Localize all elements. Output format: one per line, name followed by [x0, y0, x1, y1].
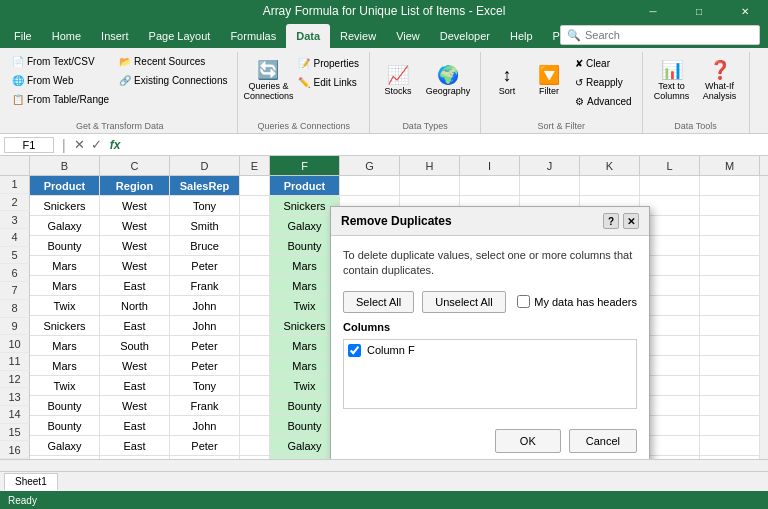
col-header-d[interactable]: D	[170, 156, 240, 175]
select-all-button[interactable]: Select All	[343, 291, 414, 313]
maximize-button[interactable]: □	[676, 0, 722, 22]
reapply-icon: ↺	[575, 77, 583, 88]
row-num-12[interactable]: 12	[0, 371, 30, 389]
row-num-14[interactable]: 14	[0, 406, 30, 424]
recent-sources-button[interactable]: 📂 Recent Sources	[115, 52, 231, 70]
row-num-2[interactable]: 2	[0, 194, 30, 212]
row-num-8[interactable]: 8	[0, 300, 30, 318]
row-num-6[interactable]: 6	[0, 264, 30, 282]
tab-insert[interactable]: Insert	[91, 24, 139, 48]
what-if-button[interactable]: ❓ What-If Analysis	[697, 52, 743, 108]
spreadsheet-container: B C D E F G H I J K L M 1 2 3 4 5 6 7 8 …	[0, 156, 768, 459]
col-header-j[interactable]: J	[520, 156, 580, 175]
dialog-close-button[interactable]: ✕	[623, 213, 639, 229]
advanced-button[interactable]: ⚙ Advanced	[571, 92, 635, 110]
properties-icon: 📝	[298, 58, 310, 69]
geography-icon: 🌍	[437, 64, 459, 86]
col-header-l[interactable]: L	[640, 156, 700, 175]
tab-page-layout[interactable]: Page Layout	[139, 24, 221, 48]
tab-review[interactable]: Review	[330, 24, 386, 48]
cancel-formula-icon[interactable]: ✕	[74, 137, 85, 152]
row-num-11[interactable]: 11	[0, 353, 30, 371]
group-queries-label: Queries & Connections	[244, 121, 363, 131]
row-num-10[interactable]: 10	[0, 335, 30, 353]
corner-cell	[0, 156, 30, 175]
confirm-formula-icon[interactable]: ✓	[91, 137, 102, 152]
col-header-b[interactable]: B	[30, 156, 100, 175]
queries-connections-button[interactable]: 🔄 Queries & Connections	[244, 52, 292, 108]
geography-button[interactable]: 🌍 Geography	[422, 52, 474, 108]
horizontal-scrollbar[interactable]	[0, 459, 768, 471]
tab-developer[interactable]: Developer	[430, 24, 500, 48]
row-num-5[interactable]: 5	[0, 247, 30, 265]
ok-button[interactable]: OK	[495, 429, 561, 453]
row-num-1[interactable]: 1	[0, 176, 30, 194]
stocks-button[interactable]: 📈 Stocks	[376, 52, 420, 108]
sort-icon: ↕	[503, 65, 512, 86]
col-header-f[interactable]: F	[270, 156, 340, 175]
tab-file[interactable]: File	[4, 24, 42, 48]
dialog-overlay: Remove Duplicates ? ✕ To delete duplicat…	[30, 176, 768, 459]
group-data-types: 📈 Stocks 🌍 Geography Data Types	[370, 52, 481, 133]
stocks-icon: 📈	[387, 64, 409, 86]
recent-sources-label: Recent Sources	[134, 56, 205, 67]
queries-col2: 📝 Properties ✏️ Edit Links	[294, 54, 363, 91]
dialog-title-bar: Remove Duplicates ? ✕	[331, 207, 649, 236]
col-header-k[interactable]: K	[580, 156, 640, 175]
from-text-csv-button[interactable]: 📄 From Text/CSV	[8, 52, 113, 70]
dialog-help-button[interactable]: ?	[603, 213, 619, 229]
from-web-button[interactable]: 🌐 From Web	[8, 71, 113, 89]
my-data-headers-checkbox[interactable]	[517, 295, 530, 308]
close-button[interactable]: ✕	[722, 0, 768, 22]
ribbon-tabs: File Home Insert Page Layout Formulas Da…	[0, 22, 768, 48]
group-queries: 🔄 Queries & Connections 📝 Properties ✏️ …	[238, 52, 370, 133]
existing-connections-button[interactable]: 🔗 Existing Connections	[115, 71, 231, 89]
col-header-g[interactable]: G	[340, 156, 400, 175]
search-input[interactable]	[585, 29, 753, 41]
status-bar: Ready	[0, 491, 768, 509]
minimize-button[interactable]: ─	[630, 0, 676, 22]
unselect-all-button[interactable]: Unselect All	[422, 291, 505, 313]
name-box[interactable]	[4, 137, 54, 153]
clear-button[interactable]: ✘ Clear	[571, 54, 635, 72]
dialog-body: To delete duplicate values, select one o…	[331, 236, 649, 421]
col-header-m[interactable]: M	[700, 156, 760, 175]
filter-icon: 🔽	[538, 64, 560, 86]
sort-button[interactable]: ↕ Sort	[487, 52, 527, 108]
reapply-button[interactable]: ↺ Reapply	[571, 73, 635, 91]
row-num-9[interactable]: 9	[0, 318, 30, 336]
properties-button[interactable]: 📝 Properties	[294, 54, 363, 72]
column-item-f: Column F	[348, 344, 632, 357]
edit-links-button[interactable]: ✏️ Edit Links	[294, 73, 363, 91]
advanced-icon: ⚙	[575, 96, 584, 107]
tab-formulas[interactable]: Formulas	[220, 24, 286, 48]
top-area: Array Formula for Unique List of Items -…	[0, 0, 768, 156]
search-box[interactable]: 🔍	[560, 25, 760, 45]
text-to-columns-button[interactable]: 📊 Text to Columns	[649, 52, 695, 108]
what-if-icon: ❓	[709, 59, 731, 81]
tab-data[interactable]: Data	[286, 24, 330, 48]
col-header-h[interactable]: H	[400, 156, 460, 175]
row-num-4[interactable]: 4	[0, 229, 30, 247]
tab-view[interactable]: View	[386, 24, 430, 48]
col-header-e[interactable]: E	[240, 156, 270, 175]
row-num-15[interactable]: 15	[0, 424, 30, 442]
cancel-button[interactable]: Cancel	[569, 429, 637, 453]
from-table-button[interactable]: 📋 From Table/Range	[8, 90, 113, 108]
row-num-7[interactable]: 7	[0, 282, 30, 300]
grid-area: Product Region SalesRep Product Snickers…	[30, 176, 768, 459]
tab-help[interactable]: Help	[500, 24, 543, 48]
row-num-13[interactable]: 13	[0, 388, 30, 406]
group-sort-filter: ↕ Sort 🔽 Filter ✘ Clear ↺ Reapply	[481, 52, 642, 133]
tab-home[interactable]: Home	[42, 24, 91, 48]
row-num-3[interactable]: 3	[0, 211, 30, 229]
row-num-16[interactable]: 16	[0, 441, 30, 459]
column-f-checkbox[interactable]	[348, 344, 361, 357]
dialog-title-text: Remove Duplicates	[341, 214, 452, 228]
col-header-c[interactable]: C	[100, 156, 170, 175]
sheet-tab-sheet1[interactable]: Sheet1	[4, 473, 58, 491]
group-get-transform-label: Get & Transform Data	[8, 121, 231, 131]
filter-button[interactable]: 🔽 Filter	[529, 52, 569, 108]
col-header-i[interactable]: I	[460, 156, 520, 175]
fx-label: fx	[110, 138, 121, 152]
